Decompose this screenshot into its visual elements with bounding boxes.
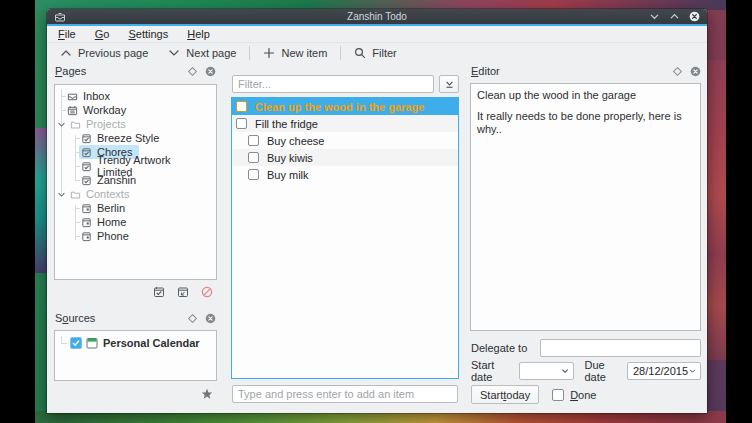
previous-page-label: Previous page bbox=[78, 47, 148, 59]
task-row-buy-milk[interactable]: Buy milk bbox=[232, 166, 458, 183]
context-icon bbox=[81, 217, 92, 228]
task-checkbox[interactable] bbox=[236, 118, 247, 129]
tree-item-zanshin[interactable]: Zanshin bbox=[55, 173, 216, 187]
task-label: Fill the fridge bbox=[255, 118, 318, 130]
menu-settings[interactable]: Settings bbox=[128, 28, 168, 40]
task-checkbox[interactable] bbox=[248, 169, 259, 180]
editor-text-line: Clean up the wood in the garage bbox=[477, 89, 694, 102]
editor-panel: Editor Clean up the wood in the garage I… bbox=[465, 63, 707, 412]
filter-label: Filter bbox=[372, 47, 396, 59]
task-row-buy-kiwis[interactable]: Buy kiwis bbox=[232, 149, 458, 166]
start-today-button[interactable]: Start today bbox=[471, 385, 539, 404]
delegate-to-input[interactable] bbox=[540, 339, 701, 357]
main-area: Pages InboxWorkdayProjectsBreeze StyleCh… bbox=[47, 62, 707, 413]
tree-item-phone[interactable]: Phone bbox=[55, 229, 216, 243]
due-date-combo[interactable]: 28/12/2015 bbox=[627, 362, 701, 380]
menu-help[interactable]: Help bbox=[187, 28, 210, 40]
tree-item-trendy-artwork-limited[interactable]: Trendy Artwork Limited bbox=[55, 159, 216, 173]
tree-item-contexts[interactable]: Contexts bbox=[55, 187, 216, 201]
expander-chevron-icon[interactable] bbox=[57, 120, 66, 129]
due-date-value: 28/12/2015 bbox=[633, 365, 688, 377]
tree-item-projects[interactable]: Projects bbox=[55, 117, 216, 131]
tree-item-workday[interactable]: Workday bbox=[55, 103, 216, 117]
filter-input[interactable] bbox=[232, 75, 434, 93]
add-task-input[interactable] bbox=[232, 385, 458, 403]
tree-item-home[interactable]: Home bbox=[55, 215, 216, 229]
float-panel-icon[interactable] bbox=[187, 313, 198, 324]
done-label: Done bbox=[570, 389, 596, 401]
task-checkbox[interactable] bbox=[248, 135, 259, 146]
close-panel-icon[interactable] bbox=[690, 66, 701, 77]
context-icon bbox=[81, 231, 92, 242]
expander-chevron-icon[interactable] bbox=[57, 190, 66, 199]
titlebar[interactable]: Zanshin Todo bbox=[47, 9, 707, 24]
folder-icon bbox=[70, 119, 81, 130]
task-row-clean-up-the-wood-in-the-garage[interactable]: Clean up the wood in the garage bbox=[232, 98, 458, 115]
pages-panel-title: Pages bbox=[55, 65, 187, 77]
tree-item-label: Inbox bbox=[83, 90, 110, 102]
toolbar: Previous page Next page New item Filter bbox=[47, 43, 707, 62]
close-panel-icon[interactable] bbox=[205, 66, 216, 77]
add-project-icon[interactable] bbox=[153, 286, 165, 298]
task-label: Buy cheese bbox=[267, 135, 324, 147]
tree-item-content: Zanshin bbox=[79, 173, 143, 187]
project-icon bbox=[81, 161, 92, 172]
tree-item-content: Home bbox=[79, 215, 133, 229]
remove-page-icon[interactable] bbox=[201, 286, 213, 298]
start-date-label: Start date bbox=[471, 359, 513, 383]
window-maximize-icon[interactable] bbox=[669, 11, 680, 22]
context-icon bbox=[81, 203, 92, 214]
task-checkbox[interactable] bbox=[248, 152, 259, 163]
start-date-combo[interactable] bbox=[519, 362, 575, 380]
tree-item-label: Contexts bbox=[86, 188, 129, 200]
editor-panel-header: Editor bbox=[465, 63, 707, 79]
pages-actions bbox=[153, 286, 213, 298]
window-close-icon[interactable] bbox=[689, 11, 700, 22]
toolbar-separator bbox=[249, 46, 250, 60]
menu-file[interactable]: File bbox=[58, 28, 76, 40]
float-panel-icon[interactable] bbox=[672, 66, 683, 77]
filter-button[interactable]: Filter bbox=[344, 43, 406, 62]
tree-item-label: Phone bbox=[97, 230, 129, 242]
previous-page-button[interactable]: Previous page bbox=[50, 43, 158, 62]
float-panel-icon[interactable] bbox=[187, 66, 198, 77]
tree-item-berlin[interactable]: Berlin bbox=[55, 201, 216, 215]
tree-item-content: Phone bbox=[79, 229, 136, 243]
add-context-icon[interactable] bbox=[177, 286, 189, 298]
source-item-personal-calendar[interactable]: Personal Calendar bbox=[55, 337, 216, 349]
search-icon bbox=[354, 47, 366, 59]
chevron-down-icon bbox=[688, 366, 697, 376]
done-checkbox[interactable] bbox=[552, 389, 564, 401]
tree-item-label: Workday bbox=[83, 104, 126, 116]
tree-item-label: Projects bbox=[86, 118, 126, 130]
filter-options-button[interactable] bbox=[439, 75, 459, 93]
pages-panel-header: Pages bbox=[49, 63, 222, 79]
chevron-up-icon bbox=[60, 47, 72, 59]
source-checkbox[interactable] bbox=[70, 337, 82, 349]
calendar-icon bbox=[67, 105, 78, 116]
inbox-icon bbox=[67, 91, 78, 102]
chevron-down-icon bbox=[560, 366, 570, 376]
task-row-buy-cheese[interactable]: Buy cheese bbox=[232, 132, 458, 149]
new-item-button[interactable]: New item bbox=[253, 43, 337, 62]
star-icon[interactable] bbox=[201, 388, 213, 400]
pages-panel: Pages InboxWorkdayProjectsBreeze StyleCh… bbox=[49, 63, 222, 310]
next-page-button[interactable]: Next page bbox=[158, 43, 246, 62]
screen-bezel-left bbox=[0, 0, 35, 423]
tree-item-breeze-style[interactable]: Breeze Style bbox=[55, 131, 216, 145]
task-column: Clean up the wood in the garageFill the … bbox=[228, 62, 461, 413]
window-shade-icon[interactable] bbox=[649, 11, 660, 22]
task-row-fill-the-fridge[interactable]: Fill the fridge bbox=[232, 115, 458, 132]
tree-item-inbox[interactable]: Inbox bbox=[55, 89, 216, 103]
task-list: Clean up the wood in the garageFill the … bbox=[231, 97, 459, 379]
editor-textarea[interactable]: Clean up the wood in the garage It reall… bbox=[470, 83, 701, 331]
collapse-all-icon bbox=[444, 79, 455, 90]
toolbar-separator bbox=[340, 46, 341, 60]
next-page-label: Next page bbox=[186, 47, 236, 59]
menu-go[interactable]: Go bbox=[95, 28, 110, 40]
delegate-to-label: Delegate to bbox=[471, 342, 540, 354]
close-panel-icon[interactable] bbox=[205, 313, 216, 324]
tree-item-content: Breeze Style bbox=[79, 131, 166, 145]
task-checkbox[interactable] bbox=[236, 101, 247, 112]
task-label: Buy kiwis bbox=[267, 152, 313, 164]
